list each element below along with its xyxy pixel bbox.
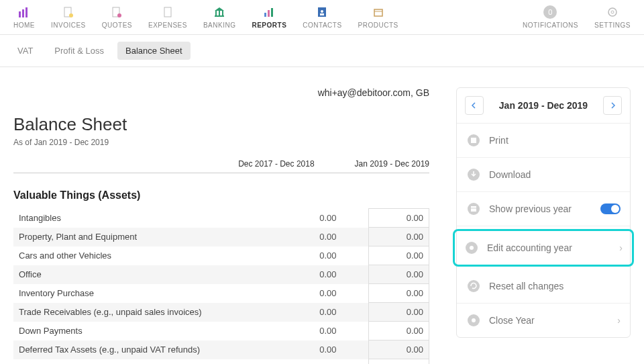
table-row: Deferred Tax Assets (e.g., unpaid VAT re…: [13, 340, 429, 359]
svg-rect-24: [471, 138, 476, 143]
side-panel: Jan 2019 - Dec 2019 Print Download Show …: [456, 87, 631, 364]
top-nav: HOME INVOICES QUOTES EXPENSES BANKING RE…: [0, 0, 644, 35]
nav-label: INVOICES: [51, 21, 86, 29]
nav-notifications[interactable]: 0 NOTIFICATIONS: [523, 5, 578, 29]
table-row: Office0.000.00: [13, 265, 429, 284]
svg-rect-1: [22, 9, 24, 17]
reset-changes-action[interactable]: Reset all changes: [457, 269, 630, 304]
chevron-right-icon: ›: [617, 315, 621, 326]
svg-rect-11: [222, 11, 223, 15]
row-value-current[interactable]: 0.00: [369, 340, 429, 359]
sub-nav: VAT Profit & Loss Balance Sheet: [0, 35, 644, 67]
svg-rect-13: [264, 13, 266, 17]
download-icon: [466, 167, 481, 182]
nav-label: QUOTES: [102, 21, 132, 29]
row-label: Inventory Purchase: [13, 284, 282, 303]
nav-quotes[interactable]: QUOTES: [102, 5, 132, 29]
table-row: Inventory Purchase0.000.00: [13, 284, 429, 303]
action-label: Show previous year: [489, 203, 592, 214]
row-value-current[interactable]: 0.00: [369, 322, 429, 340]
svg-rect-10: [219, 11, 220, 15]
svg-marker-8: [215, 7, 224, 11]
row-label: Property, Plant and Equipment: [13, 228, 282, 246]
svg-point-21: [608, 8, 616, 16]
nav-label: EXPENSES: [148, 21, 187, 29]
chevron-right-icon: ›: [619, 242, 623, 253]
svg-rect-18: [320, 13, 324, 15]
row-value-prev: 0.00: [282, 340, 342, 359]
close-year-action[interactable]: Close Year ›: [457, 304, 630, 337]
nav-label: CONTACTS: [303, 21, 341, 29]
table-row: Intangibles0.000.00: [13, 209, 429, 228]
row-value-current[interactable]: 0.00: [369, 228, 429, 246]
gear-circle-icon: [464, 240, 479, 255]
next-period-button[interactable]: [603, 96, 622, 115]
tab-balance-sheet[interactable]: Balance Sheet: [117, 42, 191, 60]
action-label: Edit accounting year: [487, 242, 611, 253]
table-row: Cash0.000.00: [13, 359, 429, 365]
row-value-current[interactable]: 0.00: [369, 246, 429, 265]
nav-home[interactable]: HOME: [13, 5, 35, 29]
print-action[interactable]: Print: [457, 124, 630, 158]
row-value-prev: 0.00: [282, 359, 342, 365]
box-icon: [372, 5, 385, 19]
nav-invoices[interactable]: INVOICES: [51, 5, 86, 29]
table-row: Trade Receivables (e.g., unpaid sales in…: [13, 303, 429, 322]
nav-expenses[interactable]: EXPENSES: [148, 5, 187, 29]
highlighted-action: Edit accounting year ›: [453, 229, 634, 267]
row-value-current[interactable]: 0.00: [369, 303, 429, 322]
balance-table: Intangibles0.000.00Property, Plant and E…: [13, 208, 429, 364]
svg-point-31: [468, 280, 480, 292]
row-value-current[interactable]: 0.00: [369, 284, 429, 303]
notification-badge: 0: [543, 5, 557, 19]
row-label: Trade Receivables (e.g., unpaid sales in…: [13, 303, 282, 322]
nav-label: SETTINGS: [594, 21, 631, 29]
svg-rect-15: [271, 8, 273, 17]
edit-accounting-year-action[interactable]: Edit accounting year ›: [455, 231, 632, 265]
nav-reports[interactable]: REPORTS: [252, 5, 286, 29]
reset-icon: [466, 279, 481, 293]
svg-point-6: [117, 13, 121, 17]
show-previous-year-toggle[interactable]: Show previous year: [457, 192, 630, 226]
action-label: Print: [489, 135, 621, 146]
row-value-prev: 0.00: [282, 209, 342, 228]
row-value-current[interactable]: 0.00: [369, 265, 429, 284]
table-row: Down Payments0.000.00: [13, 322, 429, 340]
company-line: whi+ay@debitoor.com, GB: [13, 87, 429, 98]
report-area: whi+ay@debitoor.com, GB Balance Sheet As…: [13, 87, 429, 364]
nav-banking[interactable]: BANKING: [203, 5, 236, 29]
svg-point-4: [69, 13, 73, 17]
gear-icon: [606, 5, 619, 19]
expense-icon: [161, 5, 174, 19]
row-value-current[interactable]: 0.00: [369, 209, 429, 228]
table-row: Property, Plant and Equipment0.000.00: [13, 228, 429, 246]
row-label: Cars and other Vehicles: [13, 246, 282, 265]
period-prev: Dec 2017 - Dec 2018: [238, 159, 314, 169]
action-label: Reset all changes: [489, 281, 621, 291]
action-label: Close Year: [489, 315, 609, 326]
prev-period-button[interactable]: [465, 96, 484, 115]
bars-icon: [17, 5, 31, 19]
period-headers: Dec 2017 - Dec 2018 Jan 2019 - Dec 2019: [13, 159, 429, 173]
svg-point-30: [470, 246, 474, 250]
section-heading: Valuable Things (Assets): [13, 189, 429, 201]
close-year-icon: [466, 313, 481, 328]
nav-settings[interactable]: SETTINGS: [594, 5, 631, 29]
invoice-icon: [62, 5, 75, 19]
nav-products[interactable]: PRODUCTS: [358, 5, 398, 29]
row-value-prev: 0.00: [282, 303, 342, 322]
tab-profit-loss[interactable]: Profit & Loss: [46, 42, 112, 60]
row-value-prev: 0.00: [282, 265, 342, 284]
tab-vat[interactable]: VAT: [9, 42, 41, 60]
svg-rect-2: [25, 7, 28, 17]
nav-label: NOTIFICATIONS: [523, 21, 578, 29]
download-action[interactable]: Download: [457, 158, 630, 192]
nav-label: PRODUCTS: [358, 21, 398, 29]
period-selector: Jan 2019 - Dec 2019: [457, 88, 630, 124]
row-value-prev: 0.00: [282, 322, 342, 340]
nav-contacts[interactable]: CONTACTS: [303, 5, 341, 29]
row-value-current[interactable]: 0.00: [369, 359, 429, 365]
quote-icon: [110, 5, 123, 19]
toggle-switch[interactable]: [600, 203, 621, 214]
svg-rect-19: [374, 9, 382, 16]
